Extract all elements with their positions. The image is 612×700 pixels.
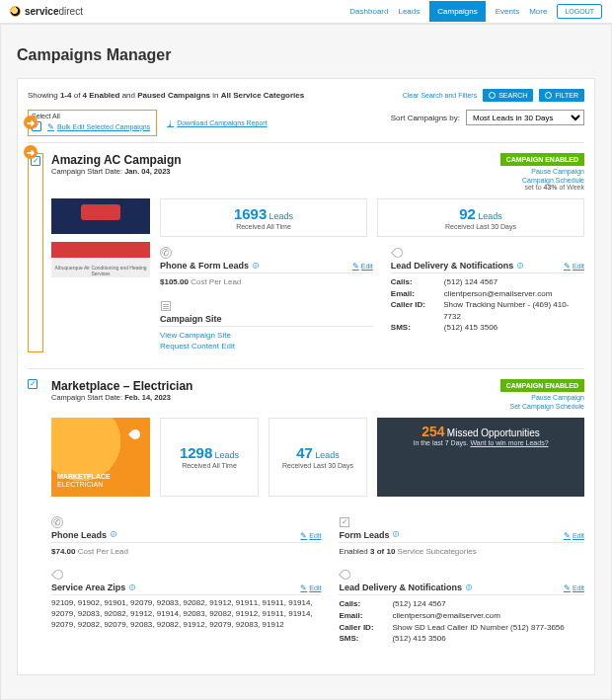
- sub: Received Last 30 Days: [279, 462, 356, 469]
- cost: $74.00: [51, 547, 75, 556]
- nav-more[interactable]: More: [529, 7, 547, 16]
- campaign-card: ➜ ✓ Amazing AC Campaign Campaign Start D…: [28, 142, 584, 368]
- sub: Received Last 30 Days: [388, 223, 574, 230]
- pin-icon: [128, 428, 142, 441]
- filter-button[interactable]: FILTER: [539, 89, 584, 102]
- set-schedule-link[interactable]: Set Campaign Schedule: [500, 403, 584, 410]
- bulk-edit-link[interactable]: Bulk Edit Selected Campaigns: [47, 122, 150, 131]
- start-date: Campaign Start Date: Jan. 04, 2023: [51, 167, 182, 176]
- page-title: Campaigns Manager: [17, 46, 595, 64]
- stat-alltime: 1693 Leads Received All Time: [160, 198, 367, 237]
- k: Calls:: [391, 276, 438, 288]
- filter-icon: [545, 92, 552, 99]
- stat-boxes: 1693 Leads Received All Time 92 Leads Re…: [160, 198, 584, 237]
- row-select-box: ✓: [28, 153, 43, 352]
- campaign-name: Marketplace – Electrician: [51, 379, 192, 393]
- count: 1298: [180, 444, 212, 461]
- t: Service Area Zips: [51, 583, 125, 592]
- phone-leads-section: Phone Leadsⓘ Edit $74.00 Cost Per Lead: [51, 516, 321, 558]
- start-date: Campaign Start Date: Feb. 14, 2023: [51, 393, 192, 402]
- pct: 43%: [543, 184, 557, 191]
- status-badge: CAMPAIGN ENABLED: [500, 153, 584, 166]
- sort-select[interactable]: Most Leads in 30 Days: [466, 110, 584, 125]
- info-columns: Phone & Form Leadsⓘ Edit $105.00 Cost Pe…: [160, 247, 584, 352]
- u: Leads: [269, 211, 294, 221]
- t: set to: [524, 184, 543, 191]
- download-report-link[interactable]: ⭳Download Campaigns Report: [167, 119, 267, 126]
- section-title: Phone & Form Leadsⓘ: [160, 261, 259, 271]
- schedule-note: Campaign Schedule set to 43% of Week: [500, 177, 584, 191]
- t: ELECTRICIAN: [57, 481, 103, 488]
- t: Enabled: [339, 547, 370, 556]
- nav-campaigns[interactable]: Campaigns: [429, 1, 485, 22]
- section-body: Enabled 3 of 10 Service Subcategories: [339, 546, 584, 558]
- link[interactable]: Want to win more Leads?: [470, 439, 548, 446]
- logout-button[interactable]: LOGOUT: [557, 4, 602, 19]
- section-body: $105.00 Cost Per Lead: [160, 276, 373, 288]
- t: Edit: [309, 532, 321, 539]
- lead-type-section: Phone & Form Leadsⓘ Edit $105.00 Cost Pe…: [160, 247, 373, 288]
- card-body: Amazing AC Campaign Campaign Start Date:…: [51, 153, 584, 352]
- v: Show Tracking Number - (469) 410-7732: [443, 299, 584, 322]
- card-main: MARKETPLACE ELECTRICIAN 1298 Leads Recei…: [51, 418, 584, 645]
- edit-link[interactable]: Edit: [564, 531, 584, 540]
- pin-icon: [339, 569, 350, 581]
- pause-link[interactable]: Pause Campaign: [500, 168, 584, 175]
- t: Paused Campaigns: [137, 91, 210, 100]
- phone-icon: [51, 516, 63, 528]
- row-checkbox[interactable]: ✓: [28, 379, 38, 389]
- actions-row: ➜ Select All ✓ Bulk Edit Selected Campai…: [28, 110, 584, 136]
- info-left: Phone & Form Leadsⓘ Edit $105.00 Cost Pe…: [160, 247, 373, 352]
- t: MARKETPLACE: [57, 473, 111, 480]
- nav-events[interactable]: Events: [496, 7, 519, 16]
- t: In the last 7 Days.: [413, 439, 470, 446]
- pause-link[interactable]: Pause Campaign: [500, 394, 584, 401]
- view-site-link[interactable]: View Campaign Site: [160, 331, 231, 340]
- schedule-link[interactable]: Campaign Schedule: [500, 177, 584, 184]
- t: in: [210, 91, 221, 100]
- t: Service Subcategories: [395, 547, 476, 556]
- edit-link[interactable]: Edit: [300, 531, 321, 540]
- pencil-icon: [300, 583, 307, 592]
- edit-link[interactable]: Edit: [352, 262, 373, 271]
- t: Edit: [573, 263, 584, 270]
- delivery-section: Lead Delivery & Notificationsⓘ Edit Call…: [391, 247, 584, 334]
- k: Caller ID:: [391, 299, 437, 322]
- campaign-name: Amazing AC Campaign: [51, 153, 182, 167]
- select-all-box: Select All ✓ Bulk Edit Selected Campaign…: [28, 110, 157, 136]
- logo-icon: [10, 6, 21, 17]
- t: and: [119, 91, 137, 100]
- edit-link[interactable]: Edit: [564, 262, 584, 271]
- logo: servicedirect: [10, 6, 83, 17]
- v: Show SD Lead Caller ID Number (512) 877-…: [392, 622, 564, 634]
- search-button[interactable]: SEARCH: [483, 89, 533, 102]
- cost: $105.00: [160, 277, 189, 286]
- site-icon: [160, 300, 172, 312]
- k: Caller ID:: [339, 622, 386, 634]
- results-summary: Showing 1-4 of 4 Enabled and Paused Camp…: [28, 91, 304, 100]
- nav-leads[interactable]: Leads: [398, 7, 420, 16]
- main-nav: Dashboard Leads Campaigns Events More LO…: [349, 1, 602, 22]
- pin-icon: [391, 247, 403, 259]
- t: Campaign Start Date:: [51, 167, 124, 176]
- form-leads-section: Form Leadsⓘ Edit Enabled 3 of 10 Service…: [339, 516, 584, 558]
- t: FILTER: [555, 92, 578, 99]
- request-edit-link[interactable]: Request Content Edit: [160, 342, 235, 350]
- section-title: Form Leadsⓘ: [339, 530, 399, 540]
- thumb-text: MARKETPLACE ELECTRICIAN: [57, 473, 111, 488]
- clear-filters-link[interactable]: Clear Search and Filters: [403, 92, 477, 99]
- edit-link[interactable]: Edit: [564, 583, 584, 592]
- k: Email:: [339, 610, 386, 622]
- t: Cost Per Lead: [78, 547, 128, 556]
- brand-bold: service: [25, 6, 58, 17]
- pencil-icon: [352, 262, 359, 271]
- t: SEARCH: [498, 92, 527, 99]
- missed-opportunities[interactable]: 254 Missed Opportunities In the last 7 D…: [377, 418, 584, 497]
- thumb-caption: Albuquerque Air Conditioning and Heating…: [51, 264, 150, 277]
- info-right: Lead Delivery & Notificationsⓘ Edit Call…: [391, 247, 584, 352]
- nav-dashboard[interactable]: Dashboard: [349, 7, 388, 16]
- sub: Received All Time: [171, 223, 356, 230]
- edit-link[interactable]: Edit: [300, 583, 321, 592]
- callout-arrow-icon: ➜: [24, 145, 38, 159]
- count: 92: [459, 205, 476, 222]
